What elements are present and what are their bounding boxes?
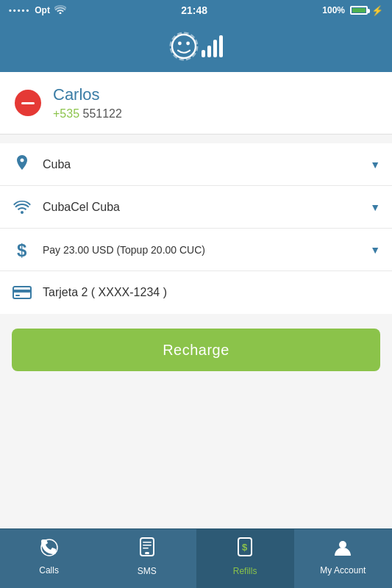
recharge-button[interactable]: Recharge <box>12 329 380 371</box>
tab-calls[interactable]: Calls <box>0 529 98 588</box>
svg-point-0 <box>172 35 196 58</box>
refills-icon: $ <box>237 537 253 562</box>
status-left: ••••• Opt <box>9 4 66 16</box>
carrier-value: CubaCel Cuba <box>43 201 360 214</box>
sms-icon <box>139 537 155 562</box>
wifi-icon <box>54 4 66 16</box>
contact-section: Carlos +535 551122 <box>0 72 392 135</box>
svg-text:$: $ <box>242 542 248 553</box>
app-header <box>0 21 392 72</box>
svg-rect-13 <box>145 552 149 554</box>
chevron-down-icon: ▼ <box>370 201 380 213</box>
svg-text:$: $ <box>17 240 27 259</box>
chevron-down-icon: ▼ <box>370 244 380 256</box>
app-logo <box>169 32 223 61</box>
card-row[interactable]: Tarjeta 2 ( XXXX-1234 ) <box>0 271 392 314</box>
logo-face-icon <box>169 32 199 61</box>
logo-bars <box>202 35 223 57</box>
status-time: 21:48 <box>181 4 207 16</box>
carrier-row[interactable]: CubaCel Cuba ▼ <box>0 186 392 229</box>
svg-rect-7 <box>15 295 20 296</box>
contact-info: Carlos +535 551122 <box>53 85 122 121</box>
tab-myaccount[interactable]: My Account <box>294 529 392 588</box>
battery-icon <box>350 6 368 15</box>
credit-card-icon <box>12 285 32 300</box>
tab-sms[interactable]: SMS <box>98 529 196 588</box>
form-section: Cuba ▼ CubaCel Cuba ▼ $ Pay 23.00 USD (T… <box>0 143 392 314</box>
payment-value: Pay 23.00 USD (Topup 20.00 CUC) <box>43 244 360 256</box>
recharge-section: Recharge <box>0 314 392 386</box>
tab-refills[interactable]: $ Refills <box>196 529 294 588</box>
status-bar: ••••• Opt 21:48 100% ⚡ <box>0 0 392 21</box>
svg-rect-11 <box>143 545 152 546</box>
carrier-name: Opt <box>35 5 50 15</box>
svg-rect-12 <box>143 548 149 549</box>
country-row[interactable]: Cuba ▼ <box>0 143 392 186</box>
tab-sms-label: SMS <box>138 566 157 576</box>
phone-prefix: +535 <box>53 107 79 120</box>
tab-refills-label: Refills <box>233 566 257 576</box>
tab-bar: Calls SMS $ Refills <box>0 528 392 588</box>
tab-calls-label: Calls <box>39 565 59 576</box>
charging-icon: ⚡ <box>371 5 383 16</box>
svg-point-1 <box>178 42 182 46</box>
battery-percent: 100% <box>322 5 345 15</box>
svg-rect-10 <box>143 542 152 543</box>
contact-name: Carlos <box>53 85 122 104</box>
calls-icon <box>40 538 59 562</box>
status-right: 100% ⚡ <box>322 5 383 16</box>
svg-point-3 <box>171 33 198 60</box>
contact-phone: +535 551122 <box>53 107 122 121</box>
minus-icon <box>21 102 35 104</box>
card-value: Tarjeta 2 ( XXXX-1234 ) <box>43 286 380 299</box>
location-icon <box>12 155 32 174</box>
signal-dots: ••••• <box>9 6 30 15</box>
svg-point-16 <box>339 541 346 548</box>
phone-number: 551122 <box>79 107 122 120</box>
country-value: Cuba <box>43 158 360 171</box>
svg-rect-6 <box>13 290 31 293</box>
dollar-icon: $ <box>12 240 32 259</box>
remove-contact-button[interactable] <box>15 90 41 116</box>
wifi-signal-icon <box>12 201 32 214</box>
svg-point-2 <box>186 42 190 46</box>
tab-myaccount-label: My Account <box>320 565 366 576</box>
payment-row[interactable]: $ Pay 23.00 USD (Topup 20.00 CUC) ▼ <box>0 229 392 271</box>
chevron-down-icon: ▼ <box>370 159 380 171</box>
myaccount-icon <box>333 538 352 562</box>
